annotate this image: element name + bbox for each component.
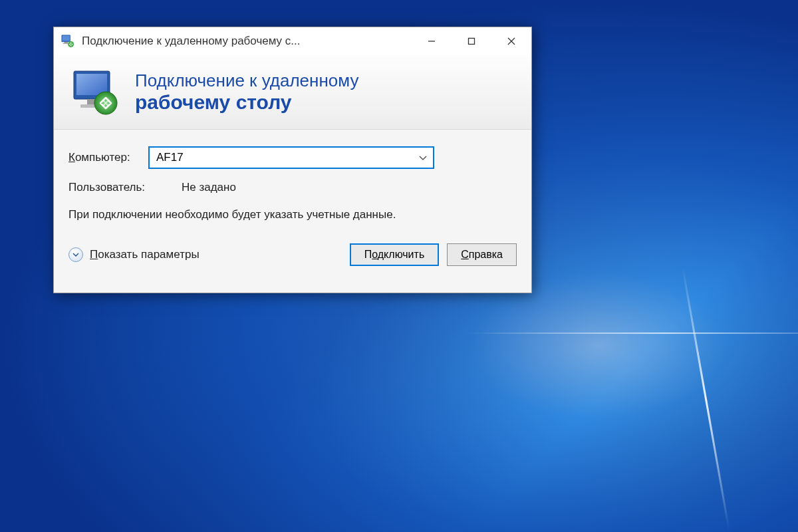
close-button[interactable] bbox=[491, 27, 531, 55]
user-value: Не задано bbox=[182, 181, 236, 194]
computer-combobox[interactable] bbox=[148, 146, 434, 169]
window-controls bbox=[412, 27, 531, 55]
computer-row: Компьютер: bbox=[68, 146, 517, 169]
app-icon bbox=[61, 34, 75, 49]
svg-rect-6 bbox=[469, 39, 475, 45]
svg-rect-10 bbox=[76, 74, 107, 95]
svg-rect-1 bbox=[63, 36, 70, 41]
maximize-button[interactable] bbox=[452, 27, 491, 55]
chevron-down-icon[interactable] bbox=[413, 151, 433, 164]
banner-line2: рабочему столу bbox=[135, 91, 358, 114]
window-title: Подключение к удаленному рабочему с... bbox=[82, 35, 412, 48]
banner-title: Подключение к удаленному рабочему столу bbox=[135, 70, 358, 114]
rdp-connection-window: Подключение к удаленному рабочему с... bbox=[53, 27, 532, 293]
connect-button[interactable]: Подключить bbox=[350, 243, 439, 266]
footer: Показать параметры Подключить Справка bbox=[68, 243, 517, 279]
show-options-label: Показать параметры bbox=[90, 248, 200, 261]
titlebar[interactable]: Подключение к удаленному рабочему с... bbox=[54, 27, 531, 55]
svg-point-4 bbox=[68, 41, 74, 47]
rdp-icon bbox=[68, 66, 122, 119]
expand-down-icon bbox=[68, 247, 83, 262]
minimize-button[interactable] bbox=[412, 27, 452, 55]
computer-label: Компьютер: bbox=[68, 151, 148, 164]
banner-line1: Подключение к удаленному bbox=[135, 70, 358, 91]
computer-input[interactable] bbox=[156, 151, 413, 164]
credentials-hint: При подключении необходимо будет указать… bbox=[68, 206, 517, 223]
content-area: Компьютер: Пользователь: Не задано При п… bbox=[54, 130, 531, 293]
user-label: Пользователь: bbox=[68, 181, 182, 194]
user-row: Пользователь: Не задано bbox=[68, 181, 517, 194]
help-button[interactable]: Справка bbox=[447, 243, 517, 266]
svg-rect-2 bbox=[65, 42, 68, 43]
banner: Подключение к удаленному рабочему столу bbox=[54, 55, 531, 130]
desktop-light-effect bbox=[466, 332, 798, 334]
show-options-link[interactable]: Показать параметры bbox=[68, 247, 200, 262]
